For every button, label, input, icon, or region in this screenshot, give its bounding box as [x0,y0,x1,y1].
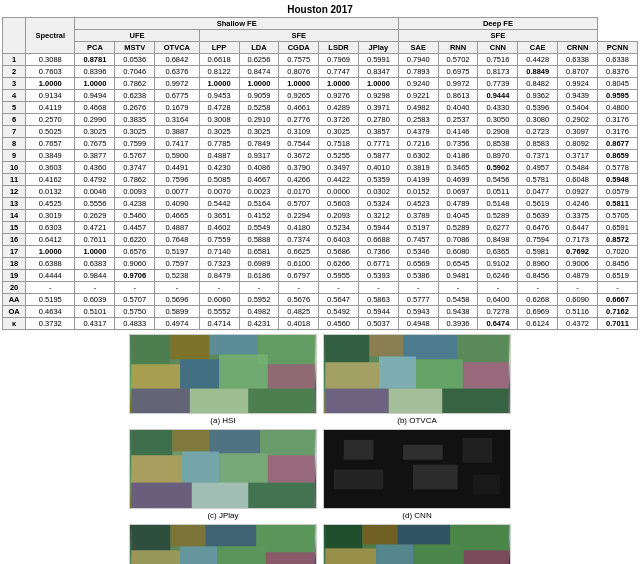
cell-r15-c5: 0.4602 [199,222,239,234]
row-header-17: 17 [3,246,26,258]
cell-r3-c15: 0.8045 [597,78,637,90]
svg-rect-9 [131,389,190,413]
cell-r12-c3: 0.0093 [115,186,155,198]
cell-r14-c14: 0.3375 [558,210,598,222]
image-ground: (f) Ground Reference [323,524,511,564]
cell-r17-c9: 0.7366 [358,246,398,258]
cell-r8-c1: 0.7657 [26,138,75,150]
cell-r7-c13: 0.2723 [518,126,558,138]
cell-r6-c9: 0.2780 [358,114,398,126]
pcnn-image [129,524,317,564]
cell-r4-c6: 0.9059 [239,90,279,102]
cell-r15-c15: 0.6591 [597,222,637,234]
cell-r1-c3: 0.0536 [115,54,155,66]
cell-r21-c8: 0.5647 [319,294,359,306]
svg-rect-5 [131,364,180,388]
cell-r5-c10: 0.4982 [398,102,438,114]
cnn-caption: (d) CNN [402,511,431,520]
svg-rect-20 [463,362,509,388]
cell-r5-c13: 0.5396 [518,102,558,114]
cell-r11-c15: 0.5948 [597,174,637,186]
cell-r22-c13: 0.6969 [518,306,558,318]
cell-r11-c5: 0.5085 [199,174,239,186]
cell-r19-c14: 0.4879 [558,270,598,282]
cell-r7-c10: 0.4379 [398,126,438,138]
cell-r2-c4: 0.6376 [155,66,200,78]
cell-r17-c4: 0.5197 [155,246,200,258]
svg-rect-31 [219,453,268,484]
cell-r8-c3: 0.7599 [115,138,155,150]
cell-r7-c8: 0.3025 [319,126,359,138]
svg-rect-60 [325,548,376,564]
cell-r9-c1: 0.3849 [26,150,75,162]
sfe-deep-header: SFE [398,30,597,42]
svg-rect-28 [260,430,315,455]
jplay-header: JPlay [358,42,398,54]
cell-r10-c11: 0.3465 [438,162,478,174]
cell-r15-c9: 0.5944 [358,222,398,234]
cell-r23-c8: 0.4560 [319,318,359,330]
cell-r8-c10: 0.7216 [398,138,438,150]
cell-r17-c8: 0.5686 [319,246,359,258]
cell-r6-c7: 0.2776 [279,114,319,126]
cell-r19-c5: 0.8479 [199,270,239,282]
cell-r15-c7: 0.4180 [279,222,319,234]
cell-r7-c15: 0.3176 [597,126,637,138]
cell-r11-c8: 0.4422 [319,174,359,186]
cell-r9-c9: 0.5877 [358,150,398,162]
cell-r15-c10: 0.5197 [398,222,438,234]
cell-r23-c9: 0.5037 [358,318,398,330]
cell-r21-c1: 0.5195 [26,294,75,306]
svg-rect-21 [325,389,388,413]
svg-rect-3 [209,335,258,355]
cell-r19-c11: 0.9481 [438,270,478,282]
cell-r23-c1: 0.3732 [26,318,75,330]
cell-r13-c3: 0.4238 [115,198,155,210]
cell-r16-c14: 0.7173 [558,234,598,246]
cell-r18-c12: 0.9102 [478,258,518,270]
svg-rect-38 [403,445,443,460]
svg-rect-42 [472,475,500,495]
cell-r12-c14: 0.0927 [558,186,598,198]
cell-r3-c4: 0.9972 [155,78,200,90]
cell-r10-c13: 0.4957 [518,162,558,174]
cell-r21-c4: 0.5696 [155,294,200,306]
rnn-header: RNN [438,42,478,54]
cell-r5-c15: 0.4800 [597,102,637,114]
cell-r8-c4: 0.7417 [155,138,200,150]
cell-r22-c2: 0.5101 [75,306,115,318]
hsi-caption: (a) HSI [210,416,235,425]
cell-r18-c9: 0.6771 [358,258,398,270]
cell-r2-c2: 0.8396 [75,66,115,78]
pca-header: PCA [75,42,115,54]
cell-r12-c7: 0.0170 [279,186,319,198]
cell-r3-c14: 0.9924 [558,78,598,90]
svg-rect-23 [442,389,508,413]
cell-r13-c15: 0.5811 [597,198,637,210]
cell-r3-c3: 0.7862 [115,78,155,90]
cell-r18-c4: 0.7597 [155,258,200,270]
svg-rect-2 [170,335,209,359]
svg-rect-50 [217,546,266,564]
results-table: Spectral Shallow FE Deep FE UFE SFE SFE … [2,17,638,330]
cell-r23-c5: 0.4714 [199,318,239,330]
cell-r6-c10: 0.2583 [398,114,438,126]
svg-rect-44 [131,525,170,550]
cell-r12-c9: 0.0302 [358,186,398,198]
cell-r20-c11: - [438,282,478,294]
svg-rect-57 [362,525,397,545]
row-header-11: 11 [3,174,26,186]
cell-r1-c5: 0.6618 [199,54,239,66]
cell-r14-c8: 0.2093 [319,210,359,222]
deep-fe-header: Deep FE [398,18,597,30]
row-header-20: 20 [3,282,26,294]
cell-r17-c12: 0.6365 [478,246,518,258]
cgda-header: CGDA [279,42,319,54]
cell-r23-c10: 0.4948 [398,318,438,330]
svg-rect-33 [131,483,191,508]
cell-r22-c9: 0.5944 [358,306,398,318]
ground-image [323,524,511,564]
row-header-19: 19 [3,270,26,282]
cell-r22-c12: 0.7278 [478,306,518,318]
cell-r13-c6: 0.5164 [239,198,279,210]
